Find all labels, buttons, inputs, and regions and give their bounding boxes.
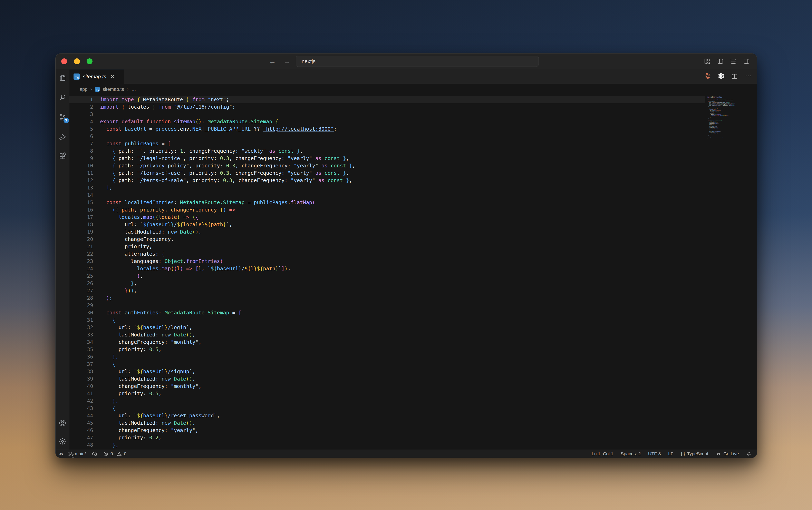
code-line[interactable]: 49 ];	[69, 449, 705, 450]
line-number: 41	[69, 390, 93, 397]
code-line[interactable]: 5 const baseUrl = process.env.NEXT_PUBLI…	[69, 125, 705, 133]
breadcrumb-symbol[interactable]: …	[131, 87, 136, 92]
openai-icon[interactable]	[718, 72, 725, 80]
breadcrumb-file[interactable]: sitemap.ts	[103, 87, 124, 92]
toggle-primary-sidebar-icon[interactable]	[717, 58, 724, 65]
explorer-icon[interactable]	[58, 73, 67, 83]
git-branch-item[interactable]: * main*	[67, 451, 86, 456]
code-line[interactable]: 11 { path: "/terms-of-use", priority: 0.…	[69, 170, 705, 177]
code-line[interactable]: 7 const publicPages = [	[69, 140, 705, 147]
tab-sitemap-ts[interactable]: TS sitemap.ts ×	[69, 69, 124, 84]
code-line[interactable]: 32 url: `${baseUrl}/login`,	[69, 324, 705, 331]
code-line[interactable]: 45 lastModified: new Date(),	[69, 419, 705, 427]
settings-gear-icon[interactable]	[58, 437, 67, 446]
code-line[interactable]: 12 { path: "/terms-of-sale", priority: 0…	[69, 177, 705, 184]
minimap[interactable]: import type { MetadataRoute } from "next…	[705, 95, 757, 450]
accounts-icon[interactable]	[58, 419, 67, 427]
code-line[interactable]: 36 },	[69, 353, 705, 361]
go-live-button[interactable]: Go Live	[716, 451, 739, 457]
run-debug-icon[interactable]	[58, 132, 67, 141]
customize-layout-icon[interactable]	[704, 58, 711, 65]
eol-setting[interactable]: LF	[668, 451, 673, 456]
code-line[interactable]: 2import { locales } from "@/lib/i18n/con…	[69, 103, 705, 111]
code-line[interactable]: 33 lastModified: new Date(),	[69, 331, 705, 338]
code-line[interactable]: 30 const authEntries: MetadataRoute.Site…	[69, 309, 705, 317]
code-line[interactable]: 38 url: `${baseUrl}/signup`,	[69, 368, 705, 375]
code-line[interactable]: 10 { path: "/privacy-policy", priority: …	[69, 162, 705, 170]
source-control-icon[interactable]: 3	[58, 113, 67, 122]
line-number: 18	[69, 221, 93, 228]
file-encoding[interactable]: UTF-8	[648, 451, 661, 456]
cursor-position[interactable]: Ln 1, Col 1	[592, 451, 613, 456]
minimize-window-button[interactable]	[74, 58, 80, 64]
editor[interactable]: 1import type { MetadataRoute } from "nex…	[69, 95, 757, 450]
line-number: 36	[69, 353, 93, 361]
code-line[interactable]: 13 ];	[69, 184, 705, 191]
code-line[interactable]: 23 languages: Object.fromEntries(	[69, 258, 705, 265]
line-number: 14	[69, 191, 93, 199]
language-mode[interactable]: { } TypeScript	[681, 451, 708, 456]
code-line[interactable]: 24 locales.map((l) => [l, `${baseUrl}/${…	[69, 265, 705, 272]
line-number: 5	[69, 125, 93, 133]
line-number: 47	[69, 434, 93, 441]
notifications-bell-icon[interactable]	[746, 451, 752, 456]
code-line[interactable]: 35 priority: 0.5,	[69, 346, 705, 353]
more-actions-icon[interactable]	[745, 72, 752, 80]
code-line[interactable]: 20 changeFrequency,	[69, 236, 705, 243]
split-editor-icon[interactable]	[731, 73, 738, 80]
sync-changes-icon[interactable]	[92, 451, 98, 457]
code-line[interactable]: 27 })),	[69, 287, 705, 294]
code-line[interactable]: 47 priority: 0.2,	[69, 434, 705, 441]
code-line[interactable]: 34 changeFrequency: "monthly",	[69, 338, 705, 346]
code-line[interactable]: 6	[69, 133, 705, 140]
extensions-icon[interactable]	[58, 152, 67, 161]
code-line[interactable]: 8 { path: "", priority: 1, changeFrequen…	[69, 147, 705, 155]
code-line[interactable]: 48 },	[69, 441, 705, 449]
line-number: 37	[69, 361, 93, 368]
code-line[interactable]: 44 url: `${baseUrl}/reset-password`,	[69, 412, 705, 419]
code-line[interactable]: 46 changeFrequency: "yearly",	[69, 427, 705, 434]
close-window-button[interactable]	[61, 58, 67, 64]
remote-indicator-icon[interactable]: ><	[59, 451, 62, 456]
search-icon[interactable]	[58, 93, 67, 102]
indentation-setting[interactable]: Spaces: 2	[621, 451, 641, 456]
code-line[interactable]: 29	[69, 302, 705, 309]
toggle-secondary-sidebar-icon[interactable]	[743, 58, 750, 65]
code-line[interactable]: 19 lastModified: new Date(),	[69, 228, 705, 236]
problems-item[interactable]: 0 0	[103, 451, 126, 456]
code-line[interactable]: 41 priority: 0.5,	[69, 390, 705, 397]
code-line[interactable]: 42 },	[69, 397, 705, 404]
navigate-back-icon[interactable]: ←	[269, 57, 276, 65]
line-number: 38	[69, 368, 93, 375]
line-number: 26	[69, 280, 93, 287]
code-line[interactable]: 31 {	[69, 317, 705, 324]
code-line[interactable]: 22 alternates: {	[69, 250, 705, 258]
code-line[interactable]: 37 {	[69, 361, 705, 368]
command-center-search[interactable]: nextjs	[296, 56, 539, 67]
code-line[interactable]: 15 const localizedEntries: MetadataRoute…	[69, 199, 705, 206]
breadcrumb-folder[interactable]: app	[80, 87, 87, 92]
code-line[interactable]: 18 url: `${baseUrl}/${locale}${path}`,	[69, 221, 705, 228]
code-line[interactable]: 3	[69, 111, 705, 118]
code-line[interactable]: 43 {	[69, 404, 705, 412]
code-line[interactable]: 40 changeFrequency: "monthly",	[69, 383, 705, 390]
code-line[interactable]: 14	[69, 191, 705, 199]
code-line[interactable]: 28 );	[69, 294, 705, 302]
code-line[interactable]: 9 { path: "/legal-notice", priority: 0.3…	[69, 155, 705, 162]
toggle-panel-icon[interactable]	[730, 58, 737, 65]
navigate-forward-icon[interactable]: →	[284, 57, 291, 65]
line-number: 25	[69, 272, 93, 280]
code-line[interactable]: 25 ),	[69, 272, 705, 280]
line-number: 9	[69, 155, 93, 162]
line-number: 22	[69, 250, 93, 258]
code-line[interactable]: 16 ({ path, priority, changeFrequency })…	[69, 206, 705, 214]
claude-icon[interactable]	[704, 72, 711, 80]
code-line[interactable]: 17 locales.map((locale) => ({	[69, 214, 705, 221]
tab-close-icon[interactable]: ×	[111, 73, 114, 80]
code-line[interactable]: 21 priority,	[69, 243, 705, 250]
code-line[interactable]: 1import type { MetadataRoute } from "nex…	[69, 96, 705, 103]
zoom-window-button[interactable]	[87, 58, 92, 64]
code-line[interactable]: 39 lastModified: new Date(),	[69, 375, 705, 383]
code-line[interactable]: 26 },	[69, 280, 705, 287]
code-line[interactable]: 4export default function sitemap(): Meta…	[69, 118, 705, 125]
